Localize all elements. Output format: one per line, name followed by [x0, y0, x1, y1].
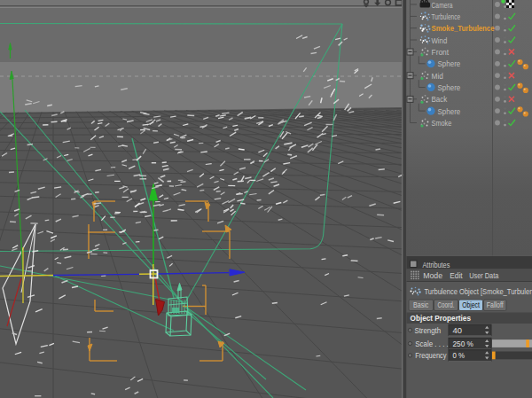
- svg-text:Sphere: Sphere: [438, 59, 461, 68]
- svg-text:Scale . . . .: Scale . . . .: [415, 339, 449, 348]
- svg-text:Camera: Camera: [432, 0, 454, 10]
- svg-text:Turbulence: Turbulence: [432, 12, 461, 21]
- svg-text:Object Properties: Object Properties: [411, 313, 472, 323]
- svg-text:Basic: Basic: [413, 300, 429, 309]
- svg-text:Sphere: Sphere: [438, 106, 461, 116]
- svg-text:Frequency: Frequency: [415, 350, 447, 360]
- svg-text:User Data: User Data: [469, 270, 499, 280]
- svg-text:Falloff: Falloff: [487, 300, 504, 309]
- svg-text:250 %: 250 %: [453, 339, 473, 348]
- svg-text:Edit: Edit: [450, 270, 463, 280]
- svg-text:Front: Front: [432, 47, 450, 57]
- svg-text:Turbulence Object [Smoke_Turbu: Turbulence Object [Smoke_Turbulen: [424, 286, 532, 296]
- svg-text:Object: Object: [462, 300, 480, 309]
- svg-text:Sphere: Sphere: [438, 82, 461, 92]
- svg-text:Mid: Mid: [432, 71, 443, 81]
- svg-text:Coord.: Coord.: [438, 300, 455, 309]
- svg-text:Attributes: Attributes: [423, 260, 450, 269]
- svg-text:Strength: Strength: [414, 325, 441, 335]
- svg-text:0 %: 0 %: [453, 350, 466, 360]
- svg-text:Smoke_Turbulence: Smoke_Turbulence: [432, 23, 495, 33]
- svg-text:Back: Back: [432, 94, 448, 104]
- svg-text:40: 40: [453, 325, 463, 335]
- svg-text:Mode: Mode: [423, 270, 442, 280]
- svg-text:Smoke: Smoke: [432, 118, 452, 128]
- svg-text:Wind: Wind: [432, 35, 448, 45]
